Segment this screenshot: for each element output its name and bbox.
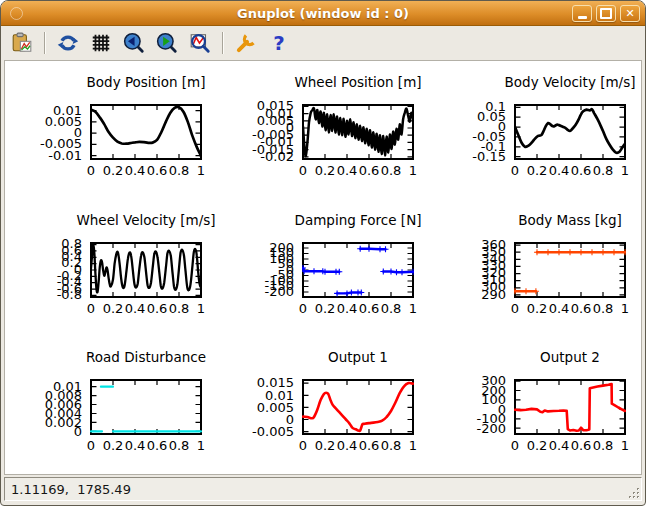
plot-body: 0.80.60.40.20-0.2-0.4-0.6-0.8 <box>5 242 217 298</box>
plot-cell-1[interactable]: Wheel Position [m]0.0150.010.0050-0.005-… <box>217 61 429 199</box>
x-tick-label: 0.6 <box>571 439 592 452</box>
copy-to-clipboard-button[interactable] <box>9 30 35 56</box>
help-button[interactable]: ? <box>266 30 292 56</box>
plot-frame <box>90 379 202 435</box>
plot-cell-0[interactable]: Body Position [m]0.010.0050-0.005-0.0100… <box>5 61 217 199</box>
plot-frame <box>90 104 202 160</box>
plot-frame <box>514 104 626 160</box>
x-tick-label: 1 <box>409 302 417 315</box>
x-tick-label: 0.8 <box>169 164 190 177</box>
x-axis-labels: 00.20.40.60.81 <box>90 302 202 318</box>
x-tick-label: 0.2 <box>103 439 124 452</box>
plot-body: 0.0150.010.0050-0.005-0.01-0.015-0.02 <box>217 104 429 160</box>
plot-cell-7[interactable]: Output 10.0150.010.0050-0.00500.20.40.60… <box>217 336 429 474</box>
toolbar: ? <box>1 26 645 60</box>
status-bar: 1.11169, 1785.49 <box>4 477 642 501</box>
data-series <box>303 108 413 156</box>
y-tick-label: -0.01 <box>48 149 82 162</box>
rescale-plot-button[interactable] <box>187 30 213 56</box>
x-tick-label: 0.6 <box>147 302 168 315</box>
minimize-button[interactable] <box>572 5 592 22</box>
wrench-icon <box>235 32 257 54</box>
x-tick-label: 0.8 <box>593 439 614 452</box>
y-tick-label: 0 <box>74 425 82 438</box>
plot-frame <box>90 242 202 298</box>
x-tick-label: 0.6 <box>571 164 592 177</box>
plot-frame <box>514 242 626 298</box>
toolbar-separator <box>44 32 46 54</box>
x-tick-label: 0 <box>87 164 95 177</box>
grid-icon <box>90 32 112 54</box>
plot-frame <box>302 104 414 160</box>
y-tick-label: 290 <box>481 288 506 301</box>
x-tick-label: 0 <box>511 302 519 315</box>
plot-grid: Body Position [m]0.010.0050-0.005-0.0100… <box>5 61 641 474</box>
coordinate-readout: 1.11169, 1785.49 <box>4 477 642 501</box>
options-button[interactable] <box>233 30 259 56</box>
x-tick-label: 0.8 <box>169 302 190 315</box>
x-tick-label: 0.4 <box>549 439 570 452</box>
x-tick-label: 1 <box>621 439 629 452</box>
x-tick-label: 0.4 <box>549 164 570 177</box>
x-tick-label: 0.4 <box>549 302 570 315</box>
plot-title: Body Mass [kg] <box>518 212 622 228</box>
svg-text:?: ? <box>273 32 284 54</box>
y-axis-labels: 200150100500-50-100-150-200 <box>217 242 297 298</box>
x-tick-label: 0.2 <box>103 302 124 315</box>
plot-title: Damping Force [N] <box>295 212 422 228</box>
plot-frame <box>514 379 626 435</box>
plot-title-area: Wheel Position [m] <box>302 74 414 90</box>
plot-title: Road Disturbance <box>86 349 206 365</box>
y-tick-label: -0.005 <box>252 425 294 438</box>
plot-cell-8[interactable]: Output 23002001000-100-20000.20.40.60.81 <box>429 336 641 474</box>
previous-zoom-button[interactable] <box>121 30 147 56</box>
plot-canvas[interactable]: Body Position [m]0.010.0050-0.005-0.0100… <box>4 60 642 475</box>
x-tick-label: 0.4 <box>337 439 358 452</box>
gnuplot-window: Gnuplot (window id : 0) ✕ <box>0 0 646 506</box>
x-tick-label: 0.4 <box>125 164 146 177</box>
x-tick-label: 1 <box>197 164 205 177</box>
x-tick-label: 1 <box>409 439 417 452</box>
titlebar[interactable]: Gnuplot (window id : 0) ✕ <box>1 1 645 26</box>
x-axis-labels: 00.20.40.60.81 <box>514 302 626 318</box>
plot-cell-5[interactable]: Body Mass [kg]36035034033032031030029000… <box>429 199 641 337</box>
plot-title: Output 1 <box>328 349 388 365</box>
x-tick-label: 0.2 <box>527 439 548 452</box>
plot-cell-6[interactable]: Road Disturbance0.010.0080.0060.0040.002… <box>5 336 217 474</box>
x-tick-label: 0.6 <box>359 164 380 177</box>
x-tick-label: 0.2 <box>315 439 336 452</box>
close-button[interactable]: ✕ <box>620 5 640 22</box>
x-tick-label: 0.4 <box>337 164 358 177</box>
plot-cell-4[interactable]: Damping Force [N]200150100500-50-100-150… <box>217 199 429 337</box>
window-buttons: ✕ <box>572 5 645 22</box>
data-series <box>515 109 625 153</box>
plot-title-area: Output 2 <box>514 349 626 365</box>
next-zoom-button[interactable] <box>154 30 180 56</box>
x-tick-label: 1 <box>409 164 417 177</box>
y-tick-label: -0.8 <box>57 288 82 301</box>
zoom-rescale-icon <box>189 32 211 54</box>
toggle-grid-button[interactable] <box>88 30 114 56</box>
y-tick-label: -0.15 <box>472 150 506 163</box>
x-tick-label: 1 <box>197 302 205 315</box>
plot-cell-2[interactable]: Body Velocity [m/s]0.10.050-0.05-0.1-0.1… <box>429 61 641 199</box>
data-point-markers <box>514 288 539 294</box>
x-tick-label: 0.8 <box>593 302 614 315</box>
x-tick-label: 0 <box>87 439 95 452</box>
replot-button[interactable] <box>55 30 81 56</box>
x-axis-labels: 00.20.40.60.81 <box>302 164 414 180</box>
x-tick-label: 0.8 <box>381 164 402 177</box>
x-tick-label: 0.8 <box>593 164 614 177</box>
plot-cell-3[interactable]: Wheel Velocity [m/s]0.80.60.40.20-0.2-0.… <box>5 199 217 337</box>
plot-title: Output 2 <box>540 349 600 365</box>
plot-title: Wheel Position [m] <box>294 74 421 90</box>
data-point-markers <box>334 289 364 296</box>
plot-body: 3002001000-100-200 <box>429 379 641 435</box>
plot-body: 360350340330320310300290 <box>429 242 641 298</box>
close-icon: ✕ <box>625 8 634 19</box>
maximize-button[interactable] <box>596 5 616 22</box>
plot-body: 200150100500-50-100-150-200 <box>217 242 429 298</box>
plot-title-area: Output 1 <box>302 349 414 365</box>
refresh-icon <box>57 32 79 54</box>
resize-grip[interactable] <box>627 486 641 500</box>
